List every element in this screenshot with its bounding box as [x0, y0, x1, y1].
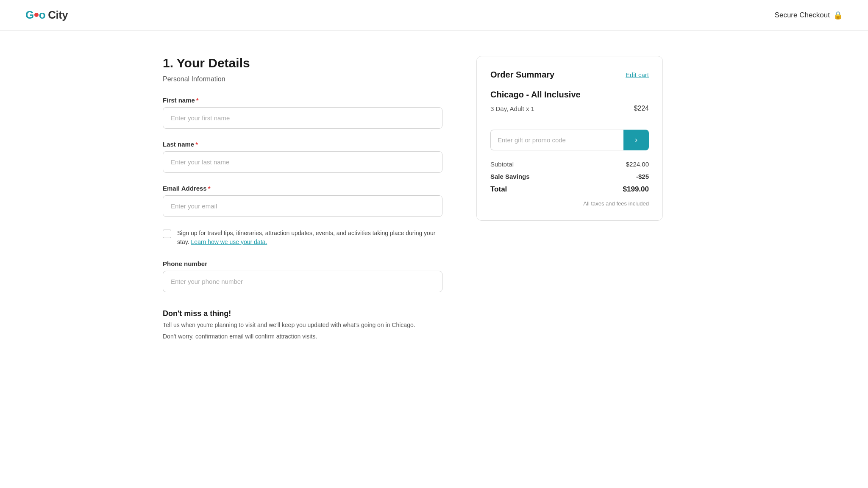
savings-label: Sale Savings [490, 173, 530, 180]
logo-dot-icon [34, 13, 39, 17]
promo-code-input[interactable] [490, 130, 623, 150]
subtotal-value: $224.00 [626, 161, 649, 168]
subtotal-row: Subtotal $224.00 [490, 161, 649, 168]
first-name-group: First name* [163, 97, 442, 129]
dont-miss-subtext: Don't worry, confirmation email will con… [163, 332, 442, 341]
logo: G o City [25, 8, 68, 22]
last-name-label: Last name* [163, 141, 442, 148]
newsletter-row: Sign up for travel tips, itineraries, at… [163, 229, 442, 247]
required-star: * [195, 141, 198, 148]
email-group: Email Address* [163, 185, 442, 217]
secure-checkout-label: Secure Checkout 🔒 [775, 11, 843, 20]
logo-city: City [48, 8, 68, 22]
phone-group: Phone number [163, 260, 442, 292]
secure-checkout-text: Secure Checkout [775, 11, 830, 19]
required-star: * [208, 185, 211, 192]
product-price: $224 [634, 105, 649, 112]
form-column: 1. Your Details Personal Information Fir… [163, 56, 442, 341]
totals-section: Subtotal $224.00 Sale Savings -$25 Total… [490, 161, 649, 207]
product-description: 3 Day, Adult x 1 [490, 105, 534, 112]
subtotal-label: Subtotal [490, 161, 514, 168]
grand-total-row: Total $199.00 [490, 185, 649, 194]
arrow-icon: › [635, 136, 637, 144]
newsletter-checkbox[interactable] [163, 230, 171, 238]
product-title: Chicago - All Inclusive [490, 90, 649, 100]
logo-go: G [25, 8, 39, 22]
order-summary-card: Order Summary Edit cart Chicago - All In… [476, 56, 663, 221]
summary-header: Order Summary Edit cart [490, 70, 649, 80]
header: G o City Secure Checkout 🔒 [0, 0, 868, 30]
main-container: 1. Your Details Personal Information Fir… [137, 30, 731, 358]
phone-input[interactable] [163, 271, 442, 292]
email-input[interactable] [163, 195, 442, 217]
dont-miss-title: Don't miss a thing! [163, 309, 442, 318]
newsletter-text: Sign up for travel tips, itineraries, at… [177, 229, 442, 247]
savings-row: Sale Savings -$25 [490, 173, 649, 180]
personal-info-label: Personal Information [163, 75, 442, 83]
last-name-group: Last name* [163, 141, 442, 173]
grand-total-label: Total [490, 185, 507, 194]
first-name-label: First name* [163, 97, 442, 104]
taxes-note: All taxes and fees included [490, 200, 649, 207]
dont-miss-text: Tell us when you're planning to visit an… [163, 321, 442, 330]
summary-column: Order Summary Edit cart Chicago - All In… [476, 56, 663, 341]
apply-promo-button[interactable]: › [623, 130, 649, 150]
promo-row: › [490, 130, 649, 150]
section-title: 1. Your Details [163, 56, 442, 70]
logo-o: o [39, 8, 45, 22]
order-summary-title: Order Summary [490, 70, 554, 80]
first-name-input[interactable] [163, 107, 442, 129]
savings-value: -$25 [636, 173, 649, 180]
grand-total-value: $199.00 [623, 185, 649, 194]
required-star: * [196, 97, 199, 104]
edit-cart-link[interactable]: Edit cart [626, 71, 649, 78]
dont-miss-section: Don't miss a thing! Tell us when you're … [163, 309, 442, 341]
email-label: Email Address* [163, 185, 442, 192]
data-usage-link[interactable]: Learn how we use your data. [191, 238, 267, 245]
lock-icon: 🔒 [833, 11, 843, 20]
last-name-input[interactable] [163, 151, 442, 173]
product-row: 3 Day, Adult x 1 $224 [490, 105, 649, 121]
phone-label: Phone number [163, 260, 442, 267]
